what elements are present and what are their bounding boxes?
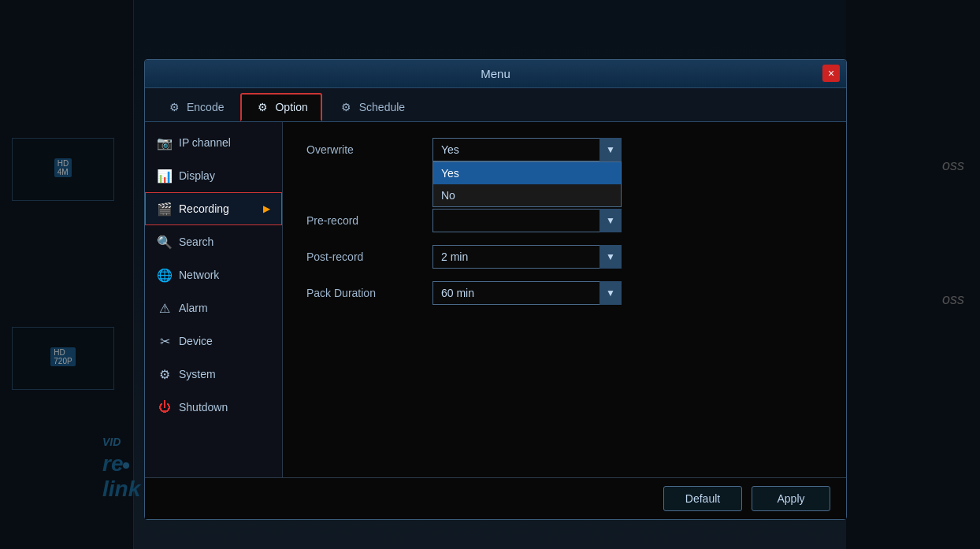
encode-icon: ⚙: [166, 99, 182, 115]
apply-button[interactable]: Apply: [752, 486, 830, 511]
ip-channel-icon: 📷: [157, 135, 173, 150]
sidebar-item-system[interactable]: ⚙ System: [145, 358, 282, 391]
post-record-select-wrapper: 2 min ▼: [432, 245, 622, 269]
sidebar-label-device: Device: [179, 335, 213, 347]
recording-arrow-icon: ▶: [263, 203, 270, 214]
pack-duration-row: Pack Duration 60 min ▼: [306, 281, 822, 305]
default-button[interactable]: Default: [663, 486, 742, 511]
close-button[interactable]: ×: [822, 65, 840, 82]
sidebar-item-alarm[interactable]: ⚠ Alarm: [145, 291, 282, 325]
sidebar-label-search: Search: [179, 236, 213, 248]
overwrite-select-wrapper: Yes ▼ Yes No: [432, 138, 622, 161]
sidebar-item-ip-channel[interactable]: 📷 IP channel: [145, 126, 282, 159]
post-record-label: Post-record: [306, 250, 417, 263]
sidebar-label-ip-channel: IP channel: [179, 136, 231, 149]
overwrite-option-yes[interactable]: Yes: [433, 162, 621, 184]
pack-duration-select-wrapper: 60 min ▼: [432, 281, 622, 305]
pack-duration-label: Pack Duration: [306, 287, 417, 299]
tab-bar: ⚙ Encode ⚙ Option ⚙ Schedule: [145, 88, 846, 122]
tab-schedule-label: Schedule: [359, 101, 405, 113]
device-icon: ✂: [157, 333, 173, 349]
search-icon: 🔍: [157, 234, 173, 250]
dialog-titlebar: Menu ×: [145, 60, 846, 88]
sidebar-label-system: System: [179, 368, 216, 380]
sidebar-nav: 📷 IP channel 📊 Display 🎬 Recording ▶ 🔍 S…: [145, 122, 283, 477]
sidebar-label-network: Network: [179, 269, 219, 281]
dialog-body: 📷 IP channel 📊 Display 🎬 Recording ▶ 🔍 S…: [145, 122, 846, 477]
sidebar-item-display[interactable]: 📊 Display: [145, 159, 282, 192]
sidebar-label-recording: Recording: [179, 202, 229, 215]
pre-record-select[interactable]: [432, 209, 622, 232]
tab-option-label: Option: [275, 101, 307, 113]
display-icon: 📊: [157, 168, 173, 184]
overwrite-dropdown: Yes No: [432, 161, 622, 207]
option-icon: ⚙: [254, 99, 270, 115]
network-icon: 🌐: [157, 267, 173, 283]
sidebar-label-shutdown: Shutdown: [179, 401, 228, 414]
post-record-row: Post-record 2 min ▼: [306, 245, 822, 269]
sidebar-label-display: Display: [179, 169, 215, 182]
schedule-icon: ⚙: [339, 99, 355, 115]
recording-icon: 🎬: [157, 201, 173, 217]
post-record-select[interactable]: 2 min: [432, 245, 622, 269]
overwrite-row: Overwrite Yes ▼ Yes No: [306, 138, 822, 161]
sidebar-label-alarm: Alarm: [179, 302, 208, 314]
menu-dialog: Menu × ⚙ Encode ⚙ Option ⚙ Schedule 📷 IP…: [144, 59, 847, 520]
tab-option[interactable]: ⚙ Option: [240, 93, 321, 121]
dialog-footer: Default Apply: [145, 477, 846, 519]
dialog-title: Menu: [481, 67, 510, 80]
overwrite-value: Yes: [441, 143, 459, 156]
pre-record-select-wrapper: ▼: [432, 209, 622, 232]
alarm-icon: ⚠: [157, 300, 173, 316]
post-record-value: 2 min: [441, 250, 468, 263]
tab-schedule[interactable]: ⚙ Schedule: [325, 94, 418, 121]
pre-record-label: Pre-record: [306, 214, 417, 227]
overwrite-label: Overwrite: [306, 143, 417, 156]
sidebar-item-shutdown[interactable]: ⏻ Shutdown: [145, 391, 282, 424]
system-icon: ⚙: [157, 366, 173, 382]
pack-duration-select[interactable]: 60 min: [432, 281, 622, 305]
shutdown-icon: ⏻: [157, 399, 173, 415]
sidebar-item-network[interactable]: 🌐 Network: [145, 258, 282, 291]
overwrite-select[interactable]: Yes: [432, 138, 622, 161]
overwrite-option-no[interactable]: No: [433, 184, 621, 206]
pre-record-row: Pre-record ▼: [306, 209, 822, 232]
pack-duration-value: 60 min: [441, 287, 474, 299]
tab-encode-label: Encode: [187, 101, 224, 113]
sidebar-item-search[interactable]: 🔍 Search: [145, 225, 282, 258]
content-area: Overwrite Yes ▼ Yes No Pre-record: [283, 122, 846, 477]
tab-encode[interactable]: ⚙ Encode: [153, 94, 237, 121]
sidebar-item-device[interactable]: ✂ Device: [145, 325, 282, 358]
sidebar-item-recording[interactable]: 🎬 Recording ▶: [145, 192, 282, 225]
